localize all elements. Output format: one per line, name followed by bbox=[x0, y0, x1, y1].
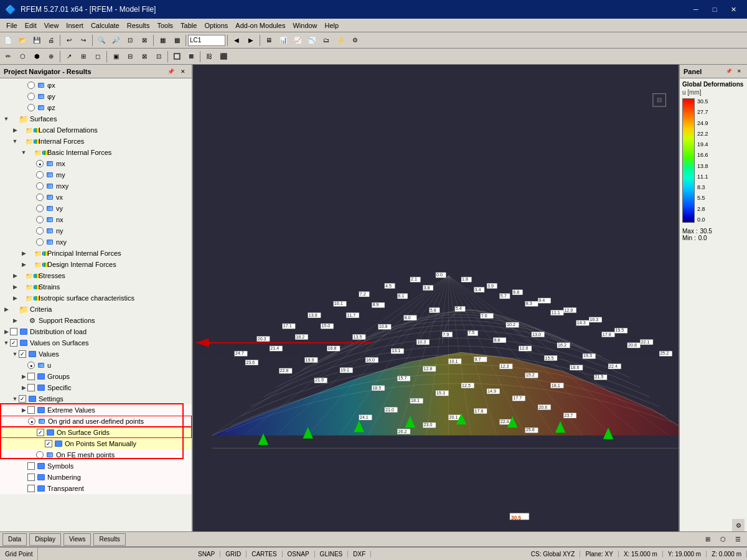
tb-view1[interactable]: ▦ bbox=[156, 34, 169, 47]
tree-radio-phi-y[interactable] bbox=[27, 93, 35, 100]
tree-item-phi-y[interactable]: φy bbox=[0, 91, 192, 102]
tree-radio-mxy[interactable] bbox=[36, 182, 44, 190]
tree-item-on-points-set[interactable]: On Points Set Manually bbox=[0, 438, 192, 449]
menu-item-view[interactable]: View bbox=[40, 21, 63, 30]
menu-item-add-on-modules[interactable]: Add-on Modules bbox=[232, 21, 289, 30]
tree-item-stresses[interactable]: ▶📁Stresses bbox=[0, 270, 192, 281]
load-case-input[interactable] bbox=[188, 35, 225, 46]
tree-item-nx[interactable]: nx bbox=[0, 214, 192, 225]
tree-expand-transparent[interactable] bbox=[20, 485, 27, 492]
viewport[interactable]: 0.0 2.1 1.8 4.5 3.9 7.2 bbox=[193, 65, 679, 531]
tab-views[interactable]: Views bbox=[63, 533, 92, 546]
grid-btn[interactable]: GRID bbox=[220, 551, 247, 558]
tree-expand-local-def[interactable]: ▶ bbox=[11, 126, 19, 134]
tree-item-numbering[interactable]: Numbering bbox=[0, 472, 192, 483]
panel-pin-btn[interactable]: 📌 bbox=[725, 67, 733, 76]
tree-radio-vy[interactable] bbox=[36, 205, 44, 212]
tree-item-phi-x[interactable]: φx bbox=[0, 80, 192, 91]
tree-item-strains[interactable]: ▶📁Strains bbox=[0, 281, 192, 292]
tree-expand-phi-y[interactable] bbox=[20, 93, 27, 100]
tb-open[interactable]: 📂 bbox=[16, 34, 29, 47]
tree-cb-numbering[interactable] bbox=[27, 474, 35, 481]
nav-pin-btn[interactable]: 📌 bbox=[166, 67, 176, 77]
tree-expand-principal-if[interactable]: ▶ bbox=[20, 250, 27, 257]
tree-expand-numbering[interactable] bbox=[20, 474, 27, 481]
tree-radio-vx[interactable] bbox=[36, 194, 44, 201]
tb-r4[interactable]: 📉 bbox=[305, 34, 319, 47]
tree-item-nxy[interactable]: nxy bbox=[0, 236, 192, 248]
tree-item-my[interactable]: my bbox=[0, 169, 192, 180]
tb2-3[interactable]: ⬢ bbox=[30, 50, 44, 63]
tb-new[interactable]: 📄 bbox=[1, 34, 15, 47]
tree-expand-distribution-load[interactable]: ▶ bbox=[2, 328, 10, 335]
tree-expand-values-on-surfaces[interactable]: ▼ bbox=[2, 339, 10, 347]
tree-item-u[interactable]: u bbox=[0, 360, 192, 371]
tb-redo[interactable]: ↪ bbox=[77, 34, 90, 47]
tree-radio-mx[interactable] bbox=[36, 160, 44, 167]
menu-item-file[interactable]: File bbox=[2, 21, 21, 30]
tb-r3[interactable]: 📈 bbox=[291, 34, 304, 47]
tree-item-values[interactable]: ▼Values bbox=[0, 348, 192, 360]
tree-expand-nx[interactable] bbox=[29, 216, 36, 223]
tree-cb-symbols[interactable] bbox=[27, 462, 35, 470]
tb2-7[interactable]: ◻ bbox=[91, 50, 105, 63]
tree-item-basic-if[interactable]: ▼📁Basic Internal Forces bbox=[0, 147, 192, 158]
tree-expand-mx[interactable] bbox=[29, 160, 36, 167]
tree-item-criteria[interactable]: ▶📁Criteria bbox=[0, 304, 192, 315]
tree-item-design-if[interactable]: ▶📁Design Internal Forces bbox=[0, 259, 192, 270]
nav-close-btn[interactable]: ✕ bbox=[178, 67, 188, 77]
menu-item-help[interactable]: Help bbox=[321, 21, 343, 30]
tb2-2[interactable]: ⬡ bbox=[16, 50, 29, 63]
tree-item-on-fe-mesh[interactable]: On FE mesh points bbox=[0, 449, 192, 460]
cartes-btn[interactable]: CARTES bbox=[247, 551, 282, 558]
tb-zoom-out[interactable]: 🔎 bbox=[109, 34, 123, 47]
tab-data[interactable]: Data bbox=[2, 533, 27, 546]
tree-radio-phi-z[interactable] bbox=[27, 104, 35, 111]
tb-r2[interactable]: 📊 bbox=[276, 34, 290, 47]
tree-item-phi-z[interactable]: φz bbox=[0, 102, 192, 113]
tree-item-on-grid[interactable]: On grid and user-defined points bbox=[0, 416, 192, 427]
tree-radio-nxy[interactable] bbox=[36, 238, 44, 246]
menu-item-options[interactable]: Options bbox=[200, 21, 232, 30]
tab-display[interactable]: Display bbox=[29, 533, 61, 546]
tree-expand-groups[interactable]: ▶ bbox=[20, 373, 27, 380]
tb2-9[interactable]: ⊟ bbox=[123, 50, 137, 63]
menu-item-table[interactable]: Table bbox=[177, 21, 200, 30]
tb-undo[interactable]: ↩ bbox=[62, 34, 76, 47]
tree-expand-values[interactable]: ▼ bbox=[11, 350, 19, 358]
tb2-10[interactable]: ⊠ bbox=[138, 50, 151, 63]
tb2-14[interactable]: ⛓ bbox=[202, 50, 216, 63]
tree-cb-on-surface-grids[interactable] bbox=[37, 429, 44, 436]
tree-expand-design-if[interactable]: ▶ bbox=[20, 261, 27, 268]
tree-expand-ny[interactable] bbox=[29, 227, 36, 235]
tree-radio-on-grid[interactable] bbox=[28, 418, 35, 425]
panel-close-btn[interactable]: ✕ bbox=[735, 67, 743, 76]
menu-item-window[interactable]: Window bbox=[289, 21, 321, 30]
tree-expand-surfaces[interactable]: ▼ bbox=[2, 115, 10, 123]
tree-expand-basic-if[interactable]: ▼ bbox=[20, 149, 27, 156]
nav-tree-scroll[interactable]: φxφyφz▼📁Surfaces▶📁Local Deformations▼📁In… bbox=[0, 80, 192, 530]
tree-radio-nx[interactable] bbox=[36, 216, 44, 223]
tree-cb-transparent[interactable] bbox=[27, 485, 35, 492]
tree-expand-extreme-values[interactable]: ▶ bbox=[20, 406, 27, 414]
tree-item-transparent[interactable]: Transparent bbox=[0, 483, 192, 494]
panel-icon-btn-1[interactable]: ⬡ bbox=[716, 533, 730, 546]
tree-radio-u[interactable] bbox=[27, 362, 35, 369]
tree-item-local-def[interactable]: ▶📁Local Deformations bbox=[0, 124, 192, 136]
menu-item-results[interactable]: Results bbox=[123, 21, 154, 30]
panel-settings-btn[interactable]: ⚙ bbox=[732, 519, 745, 531]
tree-item-isotropic[interactable]: ▶📁Isotropic surface characteristics bbox=[0, 292, 192, 304]
tree-radio-ny[interactable] bbox=[36, 227, 44, 235]
tb-zoom-sel[interactable]: ⊠ bbox=[138, 34, 151, 47]
close-button[interactable]: ✕ bbox=[725, 2, 742, 16]
tb2-5[interactable]: ↗ bbox=[62, 50, 76, 63]
tree-expand-support-reactions[interactable]: ▶ bbox=[11, 317, 19, 324]
tree-expand-strains[interactable]: ▶ bbox=[11, 283, 19, 291]
tb2-8[interactable]: ▣ bbox=[109, 50, 123, 63]
tree-item-mx[interactable]: mx bbox=[0, 158, 192, 169]
tree-expand-my[interactable] bbox=[29, 171, 36, 179]
tb2-11[interactable]: ⊡ bbox=[152, 50, 166, 63]
tree-expand-phi-x[interactable] bbox=[20, 82, 27, 89]
tree-item-groups[interactable]: ▶Groups bbox=[0, 371, 192, 382]
tree-expand-criteria[interactable]: ▶ bbox=[2, 306, 10, 313]
